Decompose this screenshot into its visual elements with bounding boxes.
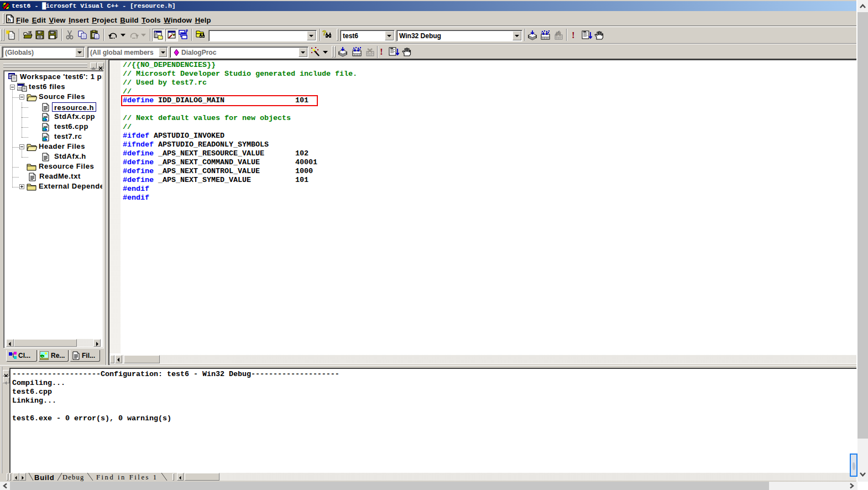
svg-text:h: h bbox=[8, 18, 11, 23]
